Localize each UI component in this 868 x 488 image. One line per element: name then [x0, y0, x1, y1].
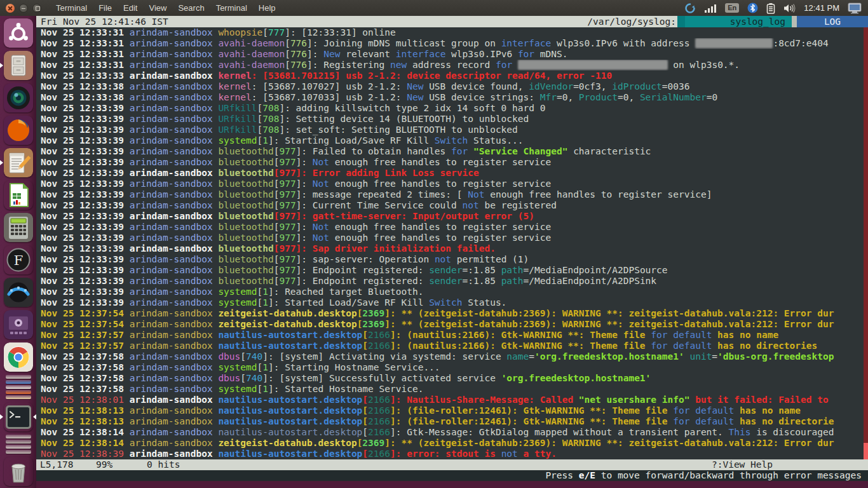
- log-line: Nov 25 12:33:31 arindam-sandbox avahi-da…: [36, 60, 868, 71]
- stacked-app-sliver: [6, 440, 31, 444]
- stacked-app-sliver: [6, 435, 31, 438]
- log-line: Nov 25 12:33:39 arindam-sandbox bluetoot…: [36, 157, 868, 168]
- calculator-icon: [4, 213, 33, 242]
- launcher-item-libreoffice-calc[interactable]: [0, 180, 36, 210]
- menu-view-3[interactable]: View: [143, 0, 172, 16]
- launcher-item-text-editor[interactable]: [0, 148, 36, 177]
- chrome-icon: [4, 342, 33, 372]
- clock[interactable]: 12:41 PM: [804, 3, 839, 13]
- log-line: Nov 25 12:33:38 arindam-sandbox kernel: …: [36, 92, 868, 103]
- desktop: TerminalFileEditViewSearchTerminalHelp E…: [0, 0, 868, 488]
- lnav-header-gap: [792, 16, 797, 27]
- fold-upper-stack-icon[interactable]: [0, 375, 36, 399]
- log-line: Nov 25 12:33:39 arindam-sandbox URfkill[…: [36, 103, 868, 114]
- log-line: Nov 25 12:37:57 arindam-sandbox nautilus…: [36, 330, 868, 341]
- svg-text:F: F: [13, 253, 23, 268]
- log-line: Nov 25 12:33:39 arindam-sandbox systemd[…: [36, 135, 868, 146]
- log-line: Nov 25 12:33:39 arindam-sandbox bluetoot…: [36, 233, 868, 243]
- scroll-percent: 99%: [96, 459, 147, 470]
- menu-terminal-0[interactable]: Terminal: [50, 0, 93, 16]
- log-line: Nov 25 12:33:39 arindam-sandbox bluetoot…: [36, 243, 868, 254]
- running-indicator: [0, 414, 3, 419]
- launcher-item-files[interactable]: [0, 51, 36, 80]
- menu-search-4[interactable]: Search: [172, 0, 210, 16]
- launcher-item-media-player[interactable]: [0, 310, 36, 339]
- launcher-item-chrome[interactable]: [0, 342, 36, 372]
- launcher-item-dash-home[interactable]: [0, 18, 36, 48]
- log-line: Nov 25 12:33:39 arindam-sandbox systemd[…: [36, 297, 868, 308]
- log-line: Nov 25 12:37:58 arindam-sandbox dbus[740…: [36, 351, 868, 362]
- lnav-cursor-cell: [677, 16, 685, 27]
- log-line: Nov 25 12:33:39 arindam-sandbox bluetoot…: [36, 265, 868, 276]
- launcher-item-camera[interactable]: [0, 83, 36, 112]
- scrollbar-thumb[interactable]: [864, 443, 868, 459]
- hint-key: e/E: [579, 470, 595, 480]
- launcher-item-openshot[interactable]: [0, 278, 36, 307]
- launcher-item-trash[interactable]: [0, 457, 36, 486]
- volume-icon[interactable]: [783, 3, 796, 13]
- terminal-window[interactable]: Fri Nov 25 12:41:46 IST /var/log/syslog:…: [36, 16, 868, 481]
- log-line: Nov 25 12:33:33 arindam-sandbox kernel: …: [36, 71, 868, 81]
- view-help-hint: ?:View Help: [712, 459, 868, 470]
- launcher-item-firefox[interactable]: [0, 116, 36, 145]
- log-line: Nov 25 12:38:14 arindam-sandbox zeitgeis…: [36, 438, 868, 449]
- lnav-hint-bar: Press e/E to move forward/backward throu…: [36, 470, 868, 481]
- launcher-item-calculator[interactable]: [0, 213, 36, 242]
- trash-icon: [4, 457, 33, 486]
- lnav-mode-badge: LOG: [797, 16, 868, 27]
- log-line: Nov 25 12:33:39 arindam-sandbox bluetoot…: [36, 254, 868, 265]
- fold-lower-stack-icon[interactable]: [0, 435, 36, 454]
- running-indicator: [0, 160, 3, 165]
- launcher-item-fold-lower[interactable]: [0, 435, 36, 454]
- log-line: Nov 25 12:37:57 arindam-sandbox nautilus…: [36, 341, 868, 351]
- stacked-app-sliver: [6, 445, 31, 449]
- log-line: Nov 25 12:37:54 arindam-sandbox zeitgeis…: [36, 308, 868, 319]
- sync-icon[interactable]: [684, 3, 696, 14]
- network-signal-icon[interactable]: [704, 3, 717, 13]
- stacked-app-sliver: [6, 380, 31, 384]
- menu-help-6[interactable]: Help: [253, 0, 281, 16]
- menu-file-1[interactable]: File: [93, 0, 118, 16]
- launcher-item-f-app[interactable]: F: [0, 245, 36, 274]
- stacked-app-sliver: [6, 385, 31, 389]
- scrollbar[interactable]: [864, 27, 868, 459]
- menu-bar-items: TerminalFileEditViewSearchTerminalHelp: [50, 0, 281, 16]
- log-line: Nov 25 12:33:31 arindam-sandbox whoopsie…: [36, 27, 868, 38]
- f-app-icon: F: [4, 245, 33, 274]
- log-line: Nov 25 12:33:39 arindam-sandbox bluetoot…: [36, 222, 868, 233]
- cursor-position: L5,178: [36, 459, 96, 470]
- menu-terminal-5[interactable]: Terminal: [210, 0, 253, 16]
- log-line: Nov 25 12:37:54 arindam-sandbox zeitgeis…: [36, 319, 868, 330]
- launcher-item-fold-upper[interactable]: [0, 375, 36, 399]
- log-line: Nov 25 12:33:31 arindam-sandbox avahi-da…: [36, 38, 868, 49]
- lnav-header: Fri Nov 25 12:41:46 IST /var/log/syslog:…: [36, 16, 868, 27]
- log-line: Nov 25 12:38:14 arindam-sandbox nautilus…: [36, 427, 868, 438]
- window-controls: [6, 4, 41, 13]
- menu-edit-2[interactable]: Edit: [118, 0, 143, 16]
- minimize-button[interactable]: [19, 4, 28, 13]
- log-line: Nov 25 12:33:39 arindam-sandbox bluetoot…: [36, 146, 868, 157]
- session-menu-icon[interactable]: [848, 3, 862, 14]
- media-player-icon: [4, 310, 33, 339]
- stacked-app-sliver: [6, 450, 31, 454]
- log-line: Nov 25 12:33:39 arindam-sandbox bluetoot…: [36, 276, 868, 287]
- log-view: Nov 25 12:33:31 arindam-sandbox whoopsie…: [36, 27, 868, 459]
- battery-icon[interactable]: [766, 3, 775, 14]
- stacked-app-sliver: [6, 395, 31, 399]
- lnav-clock: Fri Nov 25 12:41:46 IST: [36, 16, 168, 27]
- lnav-file-path: /var/log/syslog:: [587, 16, 676, 27]
- log-line: Nov 25 12:37:58 arindam-sandbox systemd[…: [36, 362, 868, 373]
- close-button[interactable]: [6, 4, 15, 13]
- log-line: Nov 25 12:33:39 arindam-sandbox bluetoot…: [36, 168, 868, 179]
- terminal-icon: [4, 402, 33, 431]
- launcher-item-terminal[interactable]: [0, 402, 36, 431]
- openshot-icon: [4, 278, 33, 307]
- bluetooth-icon[interactable]: [747, 3, 758, 13]
- keyboard-layout-indicator[interactable]: En: [725, 3, 739, 13]
- log-line: Nov 25 12:33:39 arindam-sandbox bluetoot…: [36, 189, 868, 200]
- log-line: Nov 25 12:33:31 arindam-sandbox avahi-da…: [36, 49, 868, 60]
- maximize-button[interactable]: [32, 4, 41, 13]
- firefox-icon: [4, 116, 33, 145]
- stacked-app-sliver: [6, 390, 31, 394]
- log-line: Nov 25 12:38:39 arindam-sandbox nautilus…: [36, 449, 868, 459]
